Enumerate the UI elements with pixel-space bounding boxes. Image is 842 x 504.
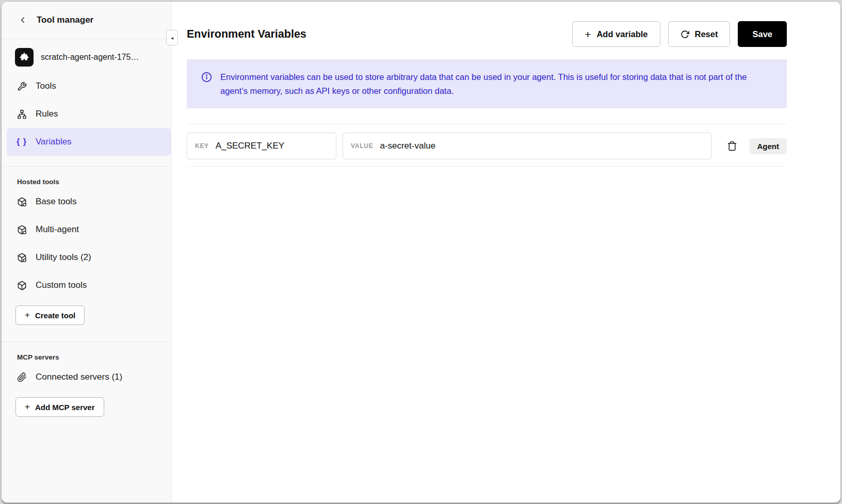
variable-key-input[interactable]	[216, 141, 328, 151]
variables-list: KEY VALUE Agent	[187, 124, 787, 167]
tool-manager-window: Tool manager scratch-agent-agent-175… To…	[1, 1, 841, 503]
info-icon	[201, 72, 212, 83]
toolbar: + Add variable Reset Save	[572, 21, 787, 47]
sidebar-item-label: Multi-agent	[36, 224, 79, 235]
delete-variable-button[interactable]	[725, 139, 739, 153]
refresh-icon	[681, 30, 689, 39]
sidebar-body: scratch-agent-agent-175… Tools Rules { }…	[2, 39, 171, 502]
agent-name: scratch-agent-agent-175…	[41, 53, 139, 62]
plus-icon: +	[25, 402, 30, 412]
hosted-tools-section: Hosted tools Base tools Multi-agent	[2, 166, 171, 331]
trash-icon	[727, 141, 737, 151]
sidebar-item-label: Connected servers (1)	[36, 372, 122, 382]
sidebar-item-variables[interactable]: { } Variables	[7, 128, 171, 156]
plus-icon: +	[25, 310, 30, 320]
add-variable-button[interactable]: + Add variable	[572, 21, 660, 47]
cube-badge-icon	[16, 225, 27, 235]
sidebar-item-tools[interactable]: Tools	[2, 72, 171, 100]
add-variable-label: Add variable	[596, 29, 647, 39]
reset-label: Reset	[695, 29, 718, 39]
value-field-label: VALUE	[351, 142, 373, 150]
create-tool-button[interactable]: + Create tool	[15, 305, 85, 325]
mcp-servers-section: MCP servers Connected servers (1) + Add …	[2, 342, 171, 423]
plus-icon: +	[585, 29, 591, 40]
save-button[interactable]: Save	[738, 21, 787, 47]
paperclip-icon	[16, 372, 27, 382]
back-button[interactable]	[17, 14, 28, 26]
variable-value-input[interactable]	[380, 141, 703, 151]
create-tool-label: Create tool	[35, 311, 75, 320]
sidebar-item-label: Custom tools	[36, 280, 87, 290]
hosted-tools-section-label: Hosted tools	[2, 171, 171, 188]
save-label: Save	[752, 29, 772, 39]
sidebar-item-label: Variables	[36, 137, 72, 147]
sidebar: Tool manager scratch-agent-agent-175… To…	[2, 2, 171, 502]
sidebar-item-base-tools[interactable]: Base tools	[2, 188, 171, 216]
reset-button[interactable]: Reset	[668, 21, 731, 47]
braces-icon: { }	[16, 137, 27, 147]
sidebar-title: Tool manager	[37, 15, 93, 25]
variable-key-field: KEY	[187, 133, 336, 159]
sidebar-item-label: Utility tools (2)	[36, 252, 91, 263]
sidebar-header: Tool manager	[2, 2, 171, 39]
info-banner-text: Environment variables can be used to sto…	[220, 70, 772, 97]
sidebar-item-multi-agent[interactable]: Multi-agent	[2, 216, 171, 243]
sidebar-item-label: Tools	[36, 81, 56, 91]
wrench-icon	[16, 82, 27, 91]
variable-scope-badge[interactable]: Agent	[750, 138, 787, 154]
add-mcp-server-label: Add MCP server	[35, 403, 95, 412]
variable-value-field: VALUE	[343, 133, 711, 159]
page-title: Environment Variables	[187, 28, 306, 41]
rules-flow-icon	[16, 109, 27, 119]
sidebar-item-label: Rules	[36, 109, 58, 119]
sidebar-item-label: Base tools	[36, 197, 76, 207]
variable-row: KEY VALUE Agent	[187, 124, 787, 167]
sidebar-item-connected-servers[interactable]: Connected servers (1)	[2, 363, 171, 391]
puzzle-icon	[15, 48, 34, 67]
info-banner: Environment variables can be used to sto…	[187, 59, 787, 108]
add-mcp-server-button[interactable]: + Add MCP server	[15, 397, 104, 417]
sidebar-item-utility-tools[interactable]: Utility tools (2)	[2, 243, 171, 271]
mcp-section-label: MCP servers	[2, 346, 171, 363]
sidebar-item-agent[interactable]: scratch-agent-agent-175…	[2, 45, 171, 69]
cube-badge-icon	[16, 253, 27, 263]
collapse-arrow-icon: ◂	[171, 35, 173, 41]
cube-pencil-icon	[16, 281, 27, 290]
sidebar-item-custom-tools[interactable]: Custom tools	[2, 271, 171, 299]
sidebar-item-rules[interactable]: Rules	[2, 100, 171, 128]
sidebar-collapse-handle[interactable]: ◂	[166, 30, 178, 45]
cube-badge-icon	[16, 197, 27, 207]
main-panel: Environment Variables + Add variable Res…	[171, 2, 840, 502]
main-header: Environment Variables + Add variable Res…	[187, 21, 787, 47]
chevron-left-icon	[18, 15, 27, 25]
key-field-label: KEY	[195, 142, 209, 150]
